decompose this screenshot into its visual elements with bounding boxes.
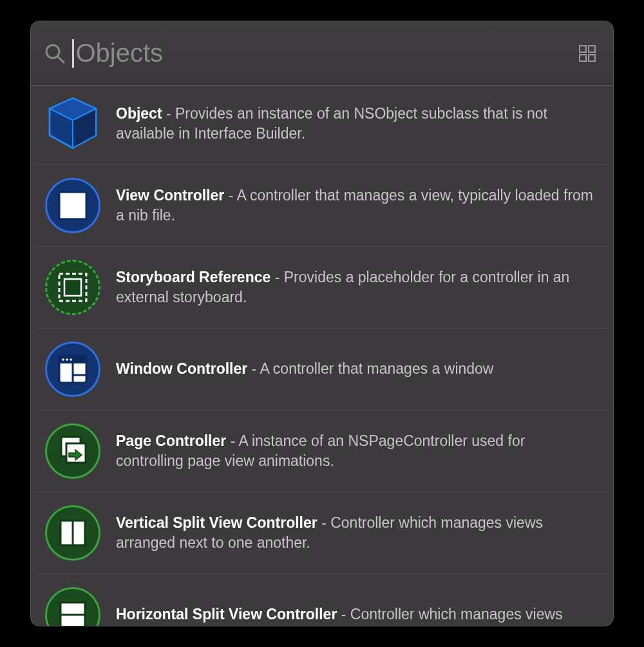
storyboard-reference-icon bbox=[44, 258, 102, 316]
page-controller-icon bbox=[44, 422, 102, 480]
svg-rect-2 bbox=[580, 46, 586, 52]
item-title: View Controller bbox=[116, 187, 224, 204]
list-item-text: View Controller - A controller that mana… bbox=[116, 186, 600, 226]
search-field[interactable] bbox=[72, 39, 574, 68]
item-desc: Controller which manages views bbox=[350, 606, 563, 623]
item-title: Horizontal Split View Controller bbox=[116, 606, 337, 623]
svg-rect-12 bbox=[59, 192, 86, 219]
search-input[interactable] bbox=[76, 39, 575, 68]
window-controller-icon bbox=[44, 340, 102, 398]
object-list[interactable]: Object - Provides an instance of an NSOb… bbox=[31, 86, 613, 626]
grid-view-toggle-icon[interactable] bbox=[574, 41, 600, 66]
list-item-horizontal-split-view-controller[interactable]: Horizontal Split View Controller - Contr… bbox=[35, 574, 609, 626]
item-title: Page Controller bbox=[116, 432, 226, 449]
view-controller-icon bbox=[44, 177, 102, 235]
list-item-text: Window Controller - A controller that ma… bbox=[116, 359, 600, 379]
list-item-window-controller[interactable]: Window Controller - A controller that ma… bbox=[35, 329, 609, 410]
item-desc: A controller that manages a window bbox=[260, 360, 493, 377]
list-item-page-controller[interactable]: Page Controller - A instance of an NSPag… bbox=[35, 410, 609, 492]
list-item-object[interactable]: Object - Provides an instance of an NSOb… bbox=[35, 86, 609, 165]
list-item-text: Storyboard Reference - Provides a placeh… bbox=[116, 267, 600, 307]
object-library-panel: Object - Provides an instance of an NSOb… bbox=[30, 21, 614, 626]
svg-rect-3 bbox=[589, 46, 595, 52]
vertical-split-icon bbox=[44, 504, 102, 562]
search-icon bbox=[44, 43, 66, 64]
svg-rect-13 bbox=[59, 274, 86, 301]
list-item-text: Horizontal Split View Controller - Contr… bbox=[116, 604, 600, 624]
svg-point-18 bbox=[66, 358, 68, 361]
svg-line-1 bbox=[58, 57, 64, 63]
item-title: Vertical Split View Controller bbox=[116, 514, 317, 531]
cube-icon bbox=[44, 95, 102, 153]
list-item-text: Object - Provides an instance of an NSOb… bbox=[116, 104, 600, 144]
horizontal-split-icon bbox=[44, 586, 102, 626]
text-caret bbox=[72, 39, 74, 68]
item-title: Window Controller bbox=[116, 360, 247, 377]
search-bar bbox=[31, 21, 613, 86]
item-title: Storyboard Reference bbox=[116, 269, 270, 285]
list-item-view-controller[interactable]: View Controller - A controller that mana… bbox=[35, 165, 609, 247]
list-item-text: Page Controller - A instance of an NSPag… bbox=[116, 431, 600, 471]
list-item-storyboard-reference[interactable]: Storyboard Reference - Provides a placeh… bbox=[35, 247, 609, 329]
svg-rect-5 bbox=[589, 55, 595, 61]
list-item-text: Vertical Split View Controller - Control… bbox=[116, 513, 600, 553]
item-title: Object bbox=[116, 105, 162, 122]
item-desc: Provides an instance of an NSObject subc… bbox=[116, 105, 547, 142]
svg-rect-4 bbox=[580, 55, 586, 61]
list-item-vertical-split-view-controller[interactable]: Vertical Split View Controller - Control… bbox=[35, 492, 609, 574]
svg-point-17 bbox=[62, 358, 64, 361]
svg-point-19 bbox=[70, 358, 72, 361]
